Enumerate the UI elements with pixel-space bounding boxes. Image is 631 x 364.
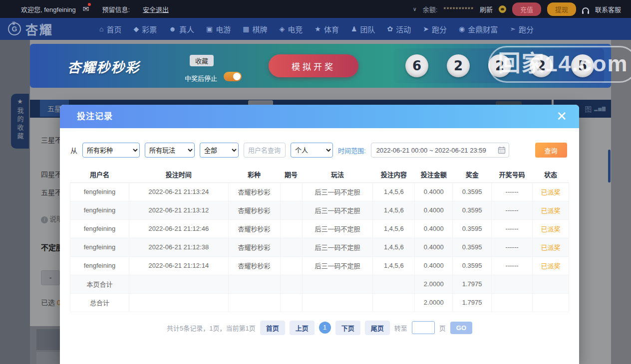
summary-cell [129,293,228,312]
from-label: 从 [70,145,77,155]
nav-item-11[interactable]: ➣跑分 [510,24,534,34]
mail-icon[interactable]: ✉ [83,4,89,13]
simulate-draw-button[interactable]: 模拟开奖 [269,54,358,77]
page-unit-label: 页 [439,323,446,333]
nav-item-label: 金鼎财富 [468,24,498,34]
lottery-select[interactable]: 所有彩种 [82,143,140,158]
favorite-button[interactable]: 收藏 [190,55,214,66]
calendar-icon[interactable] [498,146,506,154]
column-header: 彩种 [228,167,280,182]
summary-cell [280,293,302,312]
summary-cell [492,275,533,293]
pagination-info: 共计5条记录，1页，当前第1页 [167,323,256,333]
game-banner: 杏耀秒秒彩 收藏 中奖后停止 模拟开奖 62225 [30,44,611,88]
table-cell: 杏耀秒秒彩 [228,182,280,201]
summary-cell [228,275,280,293]
sports-icon: ★ [315,25,321,33]
table-cell [280,182,302,201]
prev-page-button[interactable]: 上页 [290,321,315,335]
draw-ball: 2 [530,54,553,77]
team-icon: ♟ [351,25,357,33]
nav-item-9[interactable]: ➤跑分 [423,24,447,34]
reserved-info-label: 预留信息: [102,4,130,14]
table-cell: 杏耀秒秒彩 [228,219,280,238]
eye-icon[interactable] [499,5,506,13]
draw-ball: 6 [405,54,428,77]
table-cell: 2022-06-21 21:13:24 [129,182,228,201]
table-cell: 杏耀秒秒彩 [228,201,280,219]
esports-icon: ◈ [280,25,285,33]
table-cell: 0.3595 [453,201,492,219]
nav-item-3[interactable]: ▣电游 [206,24,231,34]
nav-item-10[interactable]: ◉金鼎财富 [459,24,498,34]
play-select[interactable]: 所有玩法 [145,143,195,158]
table-cell: 0.3595 [453,256,492,275]
bet-records-modal: 投注记录 ✕ 从 所有彩种 所有玩法 全部 个人 时间范围: [60,105,579,364]
username-input[interactable] [244,143,286,158]
summary-cell [228,293,280,312]
nav-item-label: 电竞 [288,24,303,34]
nav-item-0[interactable]: ⌂首页 [99,24,121,34]
table-cell: 已派奖 [533,219,569,238]
filter-bar: 从 所有彩种 所有玩法 全部 个人 时间范围: 查询 [70,143,579,158]
first-page-button[interactable]: 首页 [260,321,285,335]
table-cell: ------ [492,201,533,219]
go-button[interactable]: GO [450,322,472,334]
table-cell [280,256,302,275]
goto-page-input[interactable] [412,321,435,334]
wealth-icon: ◉ [459,25,465,33]
recharge-button[interactable]: 充值 [512,2,541,16]
query-button[interactable]: 查询 [535,143,567,158]
nav-item-label: 真人 [179,24,194,34]
contact-service-link[interactable]: 联系客服 [595,4,621,14]
withdraw-button[interactable]: 提现 [547,2,576,16]
table-cell: ------ [492,256,533,275]
date-range-input[interactable] [371,143,509,158]
site-logo[interactable]: G 杏耀 [8,20,53,38]
stop-after-win-toggle[interactable] [224,72,242,81]
table-cell: 1,4,5,6 [373,201,415,219]
paofen-icon: ➤ [423,25,429,33]
logout-link[interactable]: 安全退出 [143,4,169,14]
table-cell [280,238,302,256]
table-cell: ------ [492,182,533,201]
cards-icon: ▦ [243,25,249,33]
nav-item-7[interactable]: ♟团队 [351,24,375,34]
column-header: 开奖号码 [492,167,533,182]
target-select[interactable]: 个人 [291,143,333,158]
table-cell [280,201,302,219]
time-range-label: 时间范围: [338,146,366,155]
nav-item-6[interactable]: ★体育 [315,24,339,34]
table-cell: fengfeining [70,182,129,201]
nav-item-4[interactable]: ▦棋牌 [243,24,267,34]
nav-item-8[interactable]: ✿活动 [387,24,411,34]
current-page-badge[interactable]: 1 [319,322,331,334]
last-page-button[interactable]: 尾页 [365,321,390,335]
nav-item-label: 首页 [106,24,121,34]
nav-item-label: 跑分 [519,24,534,34]
topbar: 欢迎您, fengfeining ✉ 预留信息: 安全退出 ∨ 余额: ****… [0,0,631,18]
nav-item-2[interactable]: ☻真人 [169,24,194,34]
nav-item-5[interactable]: ◈电竞 [280,24,303,34]
table-cell: 1,4,5,6 [373,182,415,201]
table-row: fengfeining2022-06-21 21:13:24杏耀秒秒彩后三一码不… [70,182,569,201]
nav-item-1[interactable]: ◆彩票 [134,24,157,34]
table-cell: ------ [492,219,533,238]
table-cell: 后三一码不定胆 [302,201,373,219]
scope-select[interactable]: 全部 [200,143,239,158]
draw-ball: 2 [488,54,511,77]
table-cell: fengfeining [70,219,129,238]
chevron-down-icon[interactable]: ∨ [413,6,417,12]
goto-label: 转至 [394,323,407,333]
bet-records-table: 用户名投注时间彩种期号玩法投注内容投注金额奖金开奖号码状态 fengfeinin… [70,167,569,312]
next-page-button[interactable]: 下页 [335,321,360,335]
summary-cell: 2.0000 [415,275,453,293]
refresh-link[interactable]: 刷新 [480,4,493,14]
close-icon[interactable]: ✕ [556,109,567,124]
stop-after-win-label: 中奖后停止 [185,73,217,83]
column-header: 投注时间 [129,167,228,182]
table-cell: 后三一码不定胆 [302,256,373,275]
column-header: 状态 [533,167,569,182]
summary-cell [373,275,415,293]
table-header-row: 用户名投注时间彩种期号玩法投注内容投注金额奖金开奖号码状态 [70,167,569,182]
